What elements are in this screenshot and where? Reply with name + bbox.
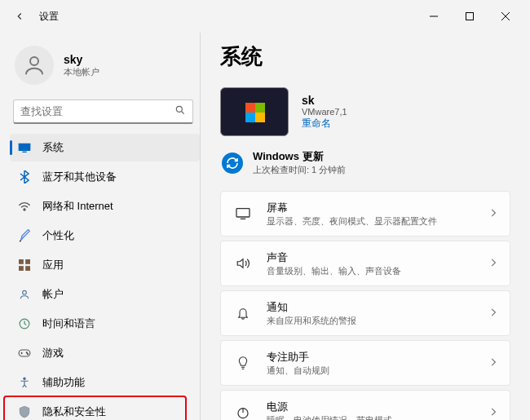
svg-point-5 [176,106,182,112]
svg-line-6 [182,111,184,113]
update-icon [222,153,243,174]
svg-rect-12 [19,266,24,271]
card-title: 电源 [267,400,490,414]
svg-rect-13 [25,266,30,271]
card-title: 通知 [267,300,490,315]
privacy-icon [18,405,31,418]
back-button[interactable] [7,3,33,29]
card-subtitle: 睡眠、电池使用情况、节电模式 [267,414,490,421]
chevron-right-icon [490,356,497,370]
gaming-icon [18,347,31,360]
card-subtitle: 音量级别、输出、输入、声音设备 [267,265,490,277]
device-model: VMware7,1 [302,107,347,117]
network-icon [18,200,31,213]
card-subtitle: 显示器、亮度、夜间模式、显示器配置文件 [267,215,490,228]
chevron-right-icon [490,405,497,420]
card-power[interactable]: 电源睡眠、电池使用情况、节电模式 [220,390,510,420]
device-thumbnail [220,87,289,136]
card-display[interactable]: 屏幕显示器、亮度、夜间模式、显示器配置文件 [220,191,510,237]
svg-point-17 [26,352,27,353]
device-name: sk [302,94,347,107]
card-title: 声音 [267,250,490,265]
svg-point-4 [30,57,38,65]
nav-item-system[interactable]: 系统 [10,134,200,161]
nav-label: 应用 [42,258,64,272]
nav-label: 辅助功能 [42,375,85,390]
card-title: 屏幕 [267,201,490,215]
nav-label: 游戏 [42,346,64,360]
settings-cards: 屏幕显示器、亮度、夜间模式、显示器配置文件声音音量级别、输出、输入、声音设备通知… [220,191,510,420]
account-icon [18,288,31,301]
rename-link[interactable]: 重命名 [302,117,347,130]
content: 系统 sk VMware7,1 重命名 Windows 更新 上次检查时间: 1… [200,33,530,420]
accessibility-icon [18,376,31,389]
titlebar: 设置 [0,0,530,33]
svg-point-18 [27,354,28,355]
svg-rect-7 [19,144,31,151]
card-sound[interactable]: 声音音量级别、输出、输入、声音设备 [220,241,510,286]
svg-rect-16 [19,350,30,356]
chevron-right-icon [490,256,497,271]
time-icon [18,317,31,330]
card-subtitle: 通知、自动规则 [267,365,490,377]
svg-point-19 [24,378,25,379]
personalize-icon [18,229,31,242]
bluetooth-icon [18,170,31,183]
maximize-button[interactable] [452,3,488,29]
nav-label: 网络和 Internet [42,199,113,214]
display-icon [234,207,252,220]
svg-point-14 [23,290,27,294]
user-subtitle: 本地帐户 [64,66,99,78]
window-title: 设置 [39,10,59,24]
nav-label: 隐私和安全性 [42,405,106,419]
nav-item-time[interactable]: 时间和语言 [10,310,200,338]
chevron-right-icon [490,206,497,221]
nav-label: 时间和语言 [42,316,95,331]
nav-item-network[interactable]: 网络和 Internet [10,192,200,220]
search-box[interactable] [13,99,193,124]
device-row: sk VMware7,1 重命名 [220,87,510,136]
avatar [15,46,54,85]
nav-label: 蓝牙和其他设备 [42,170,117,184]
card-focus[interactable]: 专注助手通知、自动规则 [220,340,510,386]
card-notify[interactable]: 通知来自应用和系统的警报 [220,290,510,336]
nav-item-account[interactable]: 帐户 [10,281,200,308]
nav-item-accessibility[interactable]: 辅助功能 [10,369,200,396]
svg-point-9 [24,209,25,210]
focus-icon [234,356,252,370]
apps-icon [18,259,31,272]
nav-list: 系统蓝牙和其他设备网络和 Internet个性化应用帐户时间和语言游戏辅助功能隐… [10,134,200,420]
nav-label: 帐户 [42,287,64,302]
chevron-right-icon [490,306,497,321]
power-icon [234,406,252,419]
svg-rect-20 [236,209,250,217]
user-name: sky [64,53,99,66]
svg-rect-8 [22,152,26,153]
nav-item-bluetooth[interactable]: 蓝牙和其他设备 [10,163,200,191]
close-button[interactable] [488,3,523,29]
nav-item-personalize[interactable]: 个性化 [10,222,200,250]
card-subtitle: 来自应用和系统的警报 [267,315,490,327]
svg-rect-1 [466,13,474,20]
update-row[interactable]: Windows 更新 上次检查时间: 1 分钟前 [220,149,510,176]
sidebar: sky 本地帐户 系统蓝牙和其他设备网络和 Internet个性化应用帐户时间和… [0,33,200,420]
nav-item-apps[interactable]: 应用 [10,251,200,279]
notify-icon [234,306,252,321]
search-icon [174,104,186,119]
system-icon [18,141,31,154]
svg-rect-11 [25,259,30,264]
card-title: 专注助手 [267,350,490,365]
sound-icon [234,257,252,270]
window-controls [416,3,523,29]
svg-rect-10 [19,259,24,264]
user-block[interactable]: sky 本地帐户 [10,39,200,99]
nav-label: 个性化 [42,228,74,243]
minimize-button[interactable] [416,3,452,29]
nav-item-privacy[interactable]: 隐私和安全性 [10,398,200,420]
update-title: Windows 更新 [253,149,346,164]
update-subtitle: 上次检查时间: 1 分钟前 [253,164,346,176]
search-input[interactable] [20,105,174,117]
page-title: 系统 [220,42,510,71]
nav-label: 系统 [42,140,64,155]
nav-item-gaming[interactable]: 游戏 [10,339,200,367]
